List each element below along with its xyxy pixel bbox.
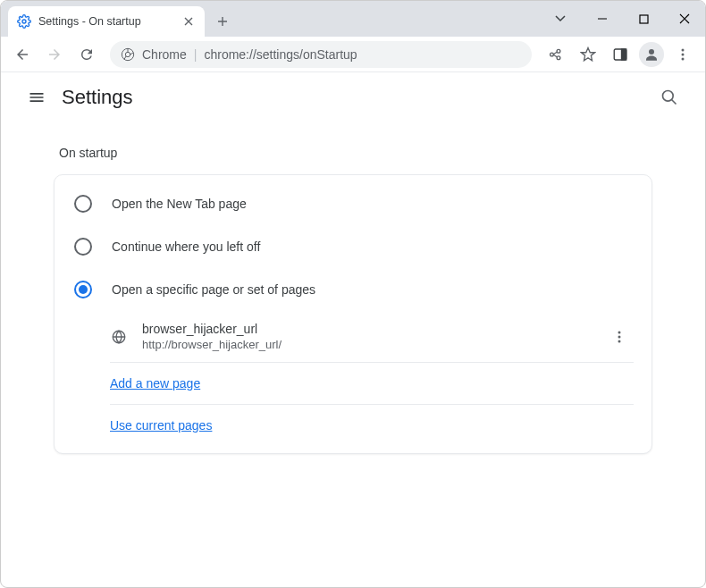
section-title: On startup — [59, 146, 652, 160]
use-current-row: Use current pages — [110, 405, 634, 446]
settings-header: Settings — [1, 72, 705, 122]
tab-title: Settings - On startup — [38, 15, 174, 28]
page-item-title: browser_hijacker_url — [142, 322, 591, 336]
svg-point-17 — [618, 340, 621, 342]
browser-tab[interactable]: Settings - On startup — [8, 6, 205, 37]
settings-content: On startup Open the New Tab page Continu… — [1, 122, 705, 454]
chrome-menu-icon[interactable] — [668, 40, 698, 69]
svg-point-5 — [557, 49, 560, 53]
radio-open-new-tab[interactable]: Open the New Tab page — [55, 182, 651, 225]
use-current-link[interactable]: Use current pages — [110, 418, 212, 433]
share-icon[interactable] — [541, 40, 571, 69]
svg-point-10 — [682, 48, 685, 51]
radio-label: Continue where you left off — [112, 239, 260, 254]
radio-specific-pages[interactable]: Open a specific page or set of pages — [55, 268, 651, 311]
side-panel-icon[interactable] — [605, 40, 635, 69]
radio-label: Open a specific page or set of pages — [112, 282, 315, 297]
startup-page-item: browser_hijacker_url http://browser_hija… — [110, 311, 634, 363]
page-title: Settings — [62, 86, 133, 109]
radio-icon-selected — [74, 281, 92, 298]
svg-point-9 — [649, 49, 654, 55]
chrome-icon — [121, 47, 135, 62]
browser-toolbar: Chrome | chrome://settings/onStartup — [1, 37, 705, 72]
close-window-button[interactable] — [664, 4, 705, 33]
svg-point-11 — [682, 53, 685, 55]
profile-avatar[interactable] — [639, 42, 664, 67]
address-bar[interactable]: Chrome | chrome://settings/onStartup — [110, 41, 532, 68]
toolbar-actions — [541, 40, 698, 69]
svg-point-0 — [22, 20, 26, 23]
minimize-button[interactable] — [582, 4, 623, 33]
radio-icon — [74, 195, 92, 213]
new-tab-button[interactable] — [210, 9, 235, 34]
svg-rect-1 — [640, 15, 648, 23]
svg-point-12 — [682, 57, 685, 60]
startup-page-list: browser_hijacker_url http://browser_hija… — [110, 311, 634, 446]
svg-point-13 — [663, 91, 674, 102]
maximize-button[interactable] — [623, 4, 664, 33]
more-actions-icon[interactable] — [605, 323, 634, 351]
bookmark-icon[interactable] — [573, 40, 603, 69]
hamburger-menu-icon[interactable] — [19, 80, 55, 115]
omnibox-url-text: chrome://settings/onStartup — [204, 47, 357, 62]
page-item-url: http://browser_hijacker_url/ — [142, 338, 591, 351]
add-page-link[interactable]: Add a new page — [110, 376, 200, 391]
radio-icon — [74, 238, 92, 256]
svg-point-15 — [618, 331, 621, 333]
svg-point-4 — [551, 53, 554, 56]
window-controls — [542, 1, 705, 37]
radio-continue[interactable]: Continue where you left off — [55, 225, 651, 268]
svg-point-6 — [557, 55, 560, 59]
startup-card: Open the New Tab page Continue where you… — [54, 174, 652, 454]
add-page-row: Add a new page — [110, 363, 634, 405]
omnibox-origin: Chrome — [142, 47, 187, 62]
gear-icon — [17, 14, 31, 29]
svg-point-3 — [125, 52, 130, 56]
back-button[interactable] — [8, 40, 37, 69]
globe-icon — [110, 328, 128, 346]
search-icon[interactable] — [651, 80, 687, 115]
omnibox-separator: | — [194, 47, 198, 62]
close-icon[interactable] — [181, 14, 196, 29]
browser-title-bar: Settings - On startup — [1, 1, 705, 37]
forward-button[interactable] — [40, 40, 69, 69]
tab-search-button[interactable] — [542, 4, 578, 33]
radio-label: Open the New Tab page — [112, 197, 247, 211]
svg-point-16 — [618, 335, 621, 338]
reload-button[interactable] — [72, 40, 101, 69]
svg-rect-8 — [622, 49, 626, 60]
